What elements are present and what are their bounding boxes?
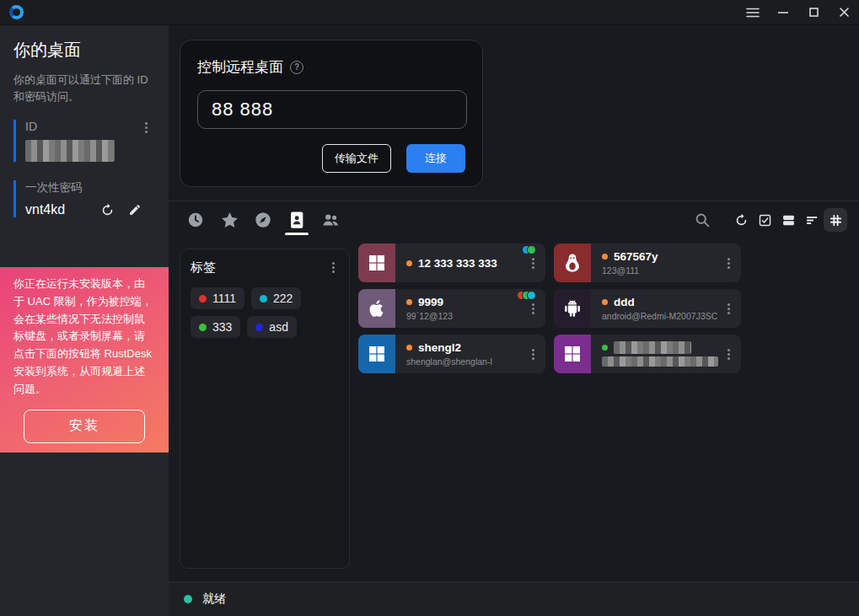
search-button[interactable] — [690, 208, 714, 232]
peer-menu-button[interactable] — [527, 346, 539, 362]
control-remote-card: 控制远程桌面 ? 传输文件 连接 — [180, 40, 483, 187]
peer-session-badges — [525, 246, 535, 254]
tag-label: asd — [269, 320, 288, 334]
android-robot-icon — [561, 297, 583, 319]
sort-button[interactable] — [800, 208, 824, 232]
install-button[interactable]: 安装 — [24, 410, 145, 443]
refresh-password-button[interactable] — [100, 203, 115, 217]
grid-view-button[interactable] — [824, 208, 847, 232]
tab-favorites[interactable] — [212, 203, 246, 237]
id-menu-button[interactable] — [140, 120, 152, 135]
peer-menu-button[interactable] — [527, 255, 539, 271]
tab-discovered[interactable] — [246, 203, 280, 237]
tab-group[interactable] — [314, 203, 347, 237]
sidebar-description: 你的桌面可以通过下面的 ID 和密码访问。 — [0, 62, 169, 104]
maximize-button[interactable] — [798, 0, 829, 25]
windows-logo-icon — [367, 344, 387, 364]
peer-info: shengl2 shenglan@shenglan-l — [395, 335, 492, 373]
password-label: 一次性密码 — [25, 180, 157, 196]
warning-text: 你正在运行未安装版本，由于 UAC 限制，作为被控端，会在某些情况下无法控制鼠标… — [13, 276, 155, 399]
connect-button[interactable]: 连接 — [406, 144, 465, 173]
sort-icon — [805, 213, 819, 228]
menu-button[interactable] — [738, 0, 768, 25]
id-section: ID — [13, 120, 157, 162]
peer-name: 9999 — [418, 296, 443, 308]
windows-logo-icon — [367, 253, 387, 273]
peer-sub-blurred — [602, 356, 718, 367]
peer-tabbar — [169, 201, 859, 238]
refresh-peers-button[interactable] — [729, 208, 753, 232]
tab-recent-sessions[interactable] — [179, 203, 212, 237]
peer-sub: android@Redmi-M2007J3SC — [602, 311, 717, 321]
tag-color-dot — [199, 324, 207, 331]
maximize-icon — [809, 8, 819, 17]
group-icon — [320, 211, 341, 229]
tag-color-dot — [260, 295, 267, 303]
peer-card[interactable] — [554, 335, 741, 373]
compass-icon — [254, 211, 272, 229]
tag-pill[interactable]: asd — [247, 316, 297, 338]
id-value-blurred — [25, 140, 115, 162]
close-icon — [840, 8, 849, 17]
tag-pill[interactable]: 222 — [251, 287, 301, 309]
remote-id-input[interactable] — [197, 90, 467, 129]
peer-name: 567567y — [614, 250, 658, 263]
window-controls — [738, 0, 859, 25]
tags-menu-button[interactable] — [327, 260, 339, 276]
tag-color-dot — [255, 324, 263, 331]
kebab-icon — [727, 308, 730, 310]
peer-status-dot — [602, 299, 608, 305]
peer-toolbar — [690, 208, 847, 232]
kebab-icon — [532, 262, 534, 265]
peer-sub: shenglan@shenglan-l — [406, 356, 492, 367]
peer-card[interactable]: ddd android@Redmi-M2007J3SC — [554, 289, 741, 328]
tag-pill[interactable]: 333 — [191, 316, 240, 338]
tag-pill[interactable]: 1111 — [191, 287, 244, 309]
apple-logo-icon — [367, 298, 387, 319]
select-mode-button[interactable] — [753, 208, 776, 232]
peer-status-dot — [406, 345, 412, 351]
password-section: 一次性密码 vnt4kd — [13, 180, 157, 217]
tag-color-dot — [199, 295, 207, 303]
clock-icon — [186, 211, 205, 229]
peer-card[interactable]: 12 333 333 333 — [358, 244, 545, 282]
cards-view-icon — [781, 213, 796, 228]
tab-address-book[interactable] — [280, 203, 314, 237]
peer-card[interactable]: 9999 99`12@123 — [358, 289, 545, 328]
minimize-button[interactable] — [768, 0, 798, 25]
peer-sub: 123@111 — [602, 265, 658, 276]
kebab-icon — [727, 353, 730, 356]
peer-card[interactable]: 567567y 123@111 — [554, 244, 741, 282]
tags-title: 标签 — [191, 260, 216, 276]
tag-label: 222 — [273, 292, 293, 305]
refresh-icon — [100, 203, 115, 217]
sidebar-title: 你的桌面 — [0, 25, 169, 62]
star-icon — [220, 211, 239, 230]
peer-menu-button[interactable] — [527, 301, 539, 316]
peer-name: ddd — [614, 296, 635, 308]
install-warning-panel: 你正在运行未安装版本，由于 UAC 限制，作为被控端，会在某些情况下无法控制鼠标… — [0, 267, 169, 453]
sidebar: 你的桌面 你的桌面可以通过下面的 ID 和密码访问。 ID 一次性密码 vnt4… — [0, 25, 169, 616]
transfer-file-button[interactable]: 传输文件 — [322, 144, 391, 173]
tags-panel: 标签 1111 222 333 asd — [180, 249, 350, 569]
peer-menu-button[interactable] — [722, 346, 734, 362]
cards-view-button[interactable] — [776, 208, 800, 232]
close-button[interactable] — [829, 0, 859, 25]
edit-password-button[interactable] — [128, 203, 142, 217]
id-label: ID — [25, 120, 157, 133]
peer-name-blurred — [614, 341, 691, 354]
session-badge — [528, 246, 535, 254]
peer-menu-button[interactable] — [722, 255, 734, 271]
session-badge — [528, 292, 535, 299]
peer-info: 12 333 333 333 — [395, 244, 497, 282]
password-value: vnt4kd — [25, 202, 65, 217]
peer-card[interactable]: shengl2 shenglan@shenglan-l — [358, 335, 545, 373]
peer-os-tile — [554, 289, 591, 328]
peer-menu-button[interactable] — [722, 301, 734, 316]
kebab-icon — [532, 353, 534, 356]
help-icon[interactable]: ? — [290, 61, 303, 74]
peer-session-badges — [520, 292, 535, 299]
status-dot — [184, 595, 192, 603]
peer-os-tile — [358, 335, 395, 373]
kebab-icon — [332, 266, 335, 269]
